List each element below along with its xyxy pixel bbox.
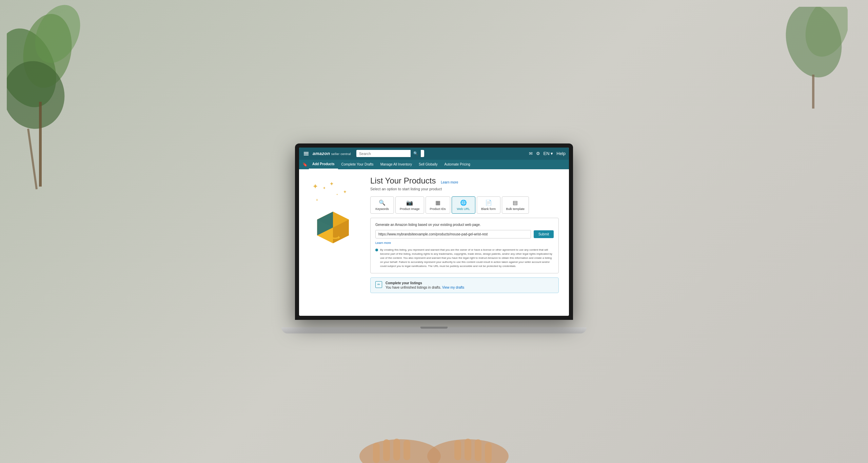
listing-method-tabs: 🔍 Keywords 📷 Product Image ▦ Product IDs [370, 196, 559, 214]
tab-blank-form[interactable]: 📄 Blank form [477, 196, 500, 214]
subnav-sell-globally[interactable]: Sell Globally [415, 160, 441, 169]
subnav-automate-pricing[interactable]: Automate Pricing [441, 160, 474, 169]
url-input-row: Submit [375, 230, 554, 238]
menu-button[interactable] [302, 151, 310, 157]
mail-icon[interactable]: ✉ [529, 151, 533, 156]
language-selector[interactable]: EN ▾ [544, 151, 553, 156]
complete-listings-desc: You have unfinished listings in drafts. [386, 286, 441, 289]
svg-rect-20 [454, 440, 461, 460]
url-input-field[interactable] [375, 230, 531, 238]
plant-decoration-right [780, 7, 848, 109]
svg-rect-19 [403, 440, 410, 460]
svg-rect-5 [27, 129, 38, 189]
complete-listings-box: ✏ Complete your listings You have unfini… [370, 277, 559, 293]
help-link[interactable]: Help [556, 151, 566, 156]
svg-point-14 [359, 439, 441, 463]
sparkle-6: ✦ [343, 190, 347, 194]
search-input[interactable] [356, 150, 411, 157]
svg-rect-18 [393, 439, 400, 461]
laptop-base [281, 327, 587, 333]
svg-rect-8 [812, 75, 814, 109]
subnav-manage-inventory[interactable]: Manage All Inventory [377, 160, 415, 169]
laptop-notch [420, 327, 448, 329]
subnav-add-products[interactable]: Add Products [309, 160, 338, 169]
view-drafts-link[interactable]: View my drafts [442, 286, 464, 289]
submit-button[interactable]: Submit [534, 230, 554, 238]
laptop-screen: amazon seller central 🔍 ✉ ⚙ EN ▾ Help [295, 143, 573, 320]
sparkle-4: + [336, 193, 338, 196]
tab-web-url[interactable]: 🌐 Web URL [452, 196, 475, 214]
disclaimer-text: By creating this listing, you represent … [380, 248, 554, 268]
complete-listings-title: Complete your listings [386, 281, 464, 285]
tab-product-ids[interactable]: ▦ Product IDs [426, 196, 450, 214]
tab-keywords[interactable]: 🔍 Keywords [370, 196, 394, 214]
svg-point-15 [427, 439, 509, 463]
subnav-complete-drafts[interactable]: Complete Your Drafts [338, 160, 377, 169]
svg-rect-22 [475, 439, 481, 461]
disclaimer-section: By creating this listing, you represent … [375, 248, 554, 268]
bulk-template-icon: ▤ [513, 199, 518, 206]
sub-navigation: 🔖 Add Products Complete Your Drafts Mana… [299, 160, 569, 169]
svg-rect-23 [485, 443, 492, 463]
top-navigation: amazon seller central 🔍 ✉ ⚙ EN ▾ Help [299, 148, 569, 160]
sparkle-1: ✦ [313, 183, 318, 190]
edit-icon: ✏ [375, 281, 382, 288]
tab-bulk-template[interactable]: ▤ Bulk template [502, 196, 529, 214]
sparkle-2: ✦ [323, 186, 326, 190]
keywords-icon: 🔍 [379, 199, 386, 206]
hands-typing-overlay [332, 395, 536, 463]
blank-form-icon: 📄 [485, 199, 492, 206]
bookmark-icon: 🔖 [302, 162, 308, 167]
settings-icon[interactable]: ⚙ [536, 151, 540, 156]
complete-listings-content: Complete your listings You have unfinish… [386, 281, 464, 289]
web-url-learn-more-link[interactable]: Learn more [375, 241, 554, 245]
content-panel: List Your Products Learn more Select an … [370, 176, 559, 309]
svg-rect-4 [39, 102, 42, 187]
svg-rect-16 [373, 443, 380, 463]
search-button[interactable]: 🔍 [411, 150, 421, 157]
web-url-icon: 🌐 [460, 199, 467, 206]
nav-right-icons: ✉ ⚙ EN ▾ Help [529, 151, 566, 156]
search-bar: 🔍 [356, 150, 424, 157]
page-title: List Your Products Learn more [370, 176, 559, 186]
svg-rect-17 [383, 439, 390, 461]
plant-decoration-left [7, 0, 102, 190]
sparkle-3: ✦ [330, 181, 334, 187]
product-image-icon: 📷 [406, 199, 413, 206]
tab-product-image[interactable]: 📷 Product Image [395, 196, 424, 214]
disclaimer-bullet [375, 249, 378, 251]
product-ids-icon: ▦ [435, 199, 440, 206]
browser-window: amazon seller central 🔍 ✉ ⚙ EN ▾ Help [299, 148, 569, 316]
web-url-description: Generate an Amazon listing based on your… [375, 223, 554, 227]
page-subtitle: Select an option to start listing your p… [370, 187, 559, 191]
web-url-content-box: Generate an Amazon listing based on your… [370, 218, 559, 273]
amazon-seller-central-logo: amazon seller central [313, 151, 351, 156]
page-learn-more-link[interactable]: Learn more [441, 180, 458, 184]
illustration-panel: ✦ ✦ ✦ + + ✦ [309, 176, 363, 309]
main-content-area: ✦ ✦ ✦ + + ✦ [299, 169, 569, 316]
svg-rect-21 [465, 439, 471, 461]
amazon-box-svg [309, 200, 357, 247]
